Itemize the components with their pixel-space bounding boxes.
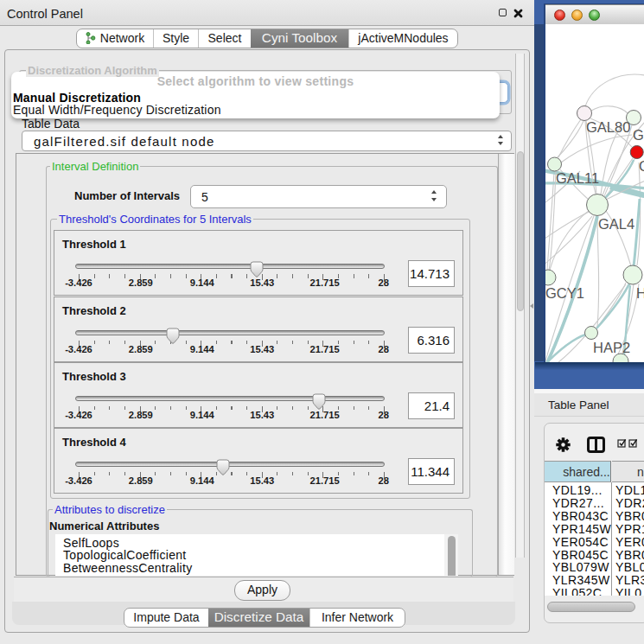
svg-text:GAL80: GAL80 [586,119,630,135]
svg-text:HAP2: HAP2 [593,340,630,355]
svg-text:C: C [639,158,644,174]
svg-text:GAL11: GAL11 [556,170,599,186]
svg-text:GAL4: GAL4 [598,216,634,232]
svg-text:GCY1: GCY1 [545,285,584,301]
svg-text:G.: G. [633,127,644,143]
svg-text:H: H [636,285,644,301]
